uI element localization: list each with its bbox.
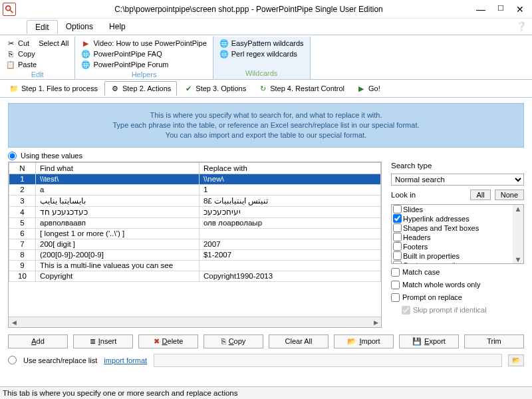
ribbon-group-label: Helpers bbox=[79, 70, 208, 78]
lookin-label: Look in bbox=[391, 191, 466, 199]
lookin-checkbox[interactable] bbox=[393, 233, 402, 241]
lookin-item[interactable]: Headers bbox=[392, 233, 523, 242]
ribbon-group-wildcards: 🌐EasyPattern wildcards 🌐Perl regex wildc… bbox=[213, 37, 311, 79]
table-row[interactable]: 7200[ digit ]2007 bbox=[9, 239, 381, 249]
whole-words-checkbox[interactable] bbox=[391, 281, 400, 289]
menu-bar: Edit Options Help ❔ bbox=[0, 19, 532, 35]
forum-link[interactable]: 🌐PowerPointPipe Forum bbox=[79, 59, 208, 70]
select-all-button[interactable]: Select All bbox=[37, 38, 70, 49]
clear-all-button[interactable]: Clear All bbox=[269, 334, 329, 348]
app-logo-icon bbox=[3, 3, 16, 16]
table-row[interactable]: 3بايسايتبا ينايبتنيتس اينتياببيات £8 bbox=[9, 195, 381, 206]
table-row[interactable]: 5арвполваавполв лоарволаыр bbox=[9, 217, 381, 228]
table-row[interactable]: 4כעדכגעכע חדיעיחכעכעכ bbox=[9, 206, 381, 217]
menu-help[interactable]: Help bbox=[101, 20, 134, 33]
scroll-left-icon[interactable]: ◀ bbox=[9, 317, 19, 328]
play-icon: ▶ bbox=[81, 39, 90, 48]
browse-file-button[interactable]: 📂 bbox=[508, 354, 524, 366]
tab-restart[interactable]: ↻Step 4. Restart Control bbox=[253, 82, 350, 95]
prompt-replace-checkbox[interactable] bbox=[391, 293, 400, 302]
svg-line-1 bbox=[10, 9, 13, 12]
radio-use-list-label: Use search/replace list bbox=[23, 356, 97, 364]
delete-icon: ✖ bbox=[154, 337, 160, 346]
tab-options[interactable]: ✔Step 3. Options bbox=[178, 82, 251, 95]
col-replace[interactable]: Replace with bbox=[199, 162, 380, 174]
globe-icon: 🌐 bbox=[219, 49, 229, 59]
tab-files[interactable]: 📁Step 1. Files to process bbox=[4, 82, 103, 95]
table-row[interactable]: 10CopyrightCopyright1990-2013 bbox=[9, 271, 381, 281]
title-bar: C:\bp\powerpointpipe\screen shot.ppp - P… bbox=[0, 0, 532, 19]
paste-icon: 📋 bbox=[6, 60, 15, 69]
trim-button[interactable]: Trim bbox=[464, 334, 524, 348]
radio-using-values-label: Using these values bbox=[21, 152, 82, 160]
scissors-icon: ✂ bbox=[6, 39, 15, 48]
menu-edit[interactable]: Edit bbox=[27, 20, 58, 34]
col-n[interactable]: N bbox=[9, 162, 36, 174]
scroll-up-icon[interactable]: ▲ bbox=[515, 205, 522, 213]
lookin-checkbox[interactable] bbox=[393, 261, 402, 264]
scroll-down-icon[interactable]: ▼ bbox=[515, 255, 522, 263]
lookin-item[interactable]: Custom properties bbox=[392, 261, 523, 264]
table-row[interactable]: 2a1 bbox=[9, 184, 381, 195]
scroll-right-icon[interactable]: ▶ bbox=[370, 317, 381, 328]
paste-button[interactable]: 📋Paste bbox=[4, 59, 70, 70]
lookin-checkbox[interactable] bbox=[393, 205, 402, 213]
delete-button[interactable]: ✖Delete bbox=[138, 334, 198, 348]
side-panel: Search type Normal search Look in All No… bbox=[391, 162, 524, 328]
lookin-item[interactable]: Built in properties bbox=[392, 251, 523, 261]
svg-point-0 bbox=[6, 5, 11, 10]
table-row[interactable]: 9This is a multi-line valueas you can se… bbox=[9, 260, 381, 271]
ribbon-group-label: Wildcards bbox=[217, 69, 306, 77]
search-type-label: Search type bbox=[391, 162, 524, 170]
lookin-checkbox[interactable] bbox=[393, 251, 402, 260]
radio-using-values[interactable] bbox=[8, 152, 17, 160]
close-button[interactable]: ✕ bbox=[516, 4, 524, 15]
copy-row-button[interactable]: ⎘Copy bbox=[203, 334, 263, 348]
col-find[interactable]: Find what bbox=[36, 162, 200, 174]
cut-button[interactable]: ✂Cut bbox=[4, 38, 31, 49]
copy-button[interactable]: ⎘Copy bbox=[4, 49, 70, 59]
video-link[interactable]: ▶Video: How to use PowerPointPipe bbox=[79, 38, 208, 49]
export-button[interactable]: 💾Export bbox=[399, 334, 459, 348]
help-icon[interactable]: ❔ bbox=[516, 21, 527, 31]
ribbon-group-edit: ✂Cut Select All ⎘Copy 📋Paste Edit bbox=[0, 37, 75, 79]
radio-use-list[interactable] bbox=[8, 356, 17, 364]
copy-icon: ⎘ bbox=[221, 337, 226, 345]
tab-go[interactable]: ▶Go! bbox=[351, 82, 386, 95]
lookin-item[interactable]: Shapes and Text boxes bbox=[392, 223, 523, 233]
table-row[interactable]: 6[ longest 1 or more ('..\') ] bbox=[9, 228, 381, 239]
folder-icon: 📁 bbox=[9, 84, 19, 93]
add-button[interactable]: Add bbox=[8, 334, 68, 348]
minimize-button[interactable]: — bbox=[476, 4, 485, 15]
table-row[interactable]: 1\\test\\\new\ bbox=[9, 174, 381, 184]
import-button[interactable]: 📂Import bbox=[334, 334, 394, 348]
lookin-checkbox[interactable] bbox=[393, 223, 402, 232]
tab-actions[interactable]: ⚙Step 2. Actions bbox=[104, 81, 177, 96]
action-bar: Add ≣Insert ✖Delete ⎘Copy Clear All 📂Imp… bbox=[0, 331, 532, 352]
menu-options[interactable]: Options bbox=[58, 20, 101, 33]
lookin-checkbox[interactable] bbox=[393, 242, 402, 251]
skip-prompt-checkbox bbox=[402, 306, 410, 315]
checklist-icon: ✔ bbox=[184, 84, 193, 93]
lookin-item[interactable]: Footers bbox=[392, 242, 523, 251]
search-type-select[interactable]: Normal search bbox=[391, 174, 524, 186]
globe-icon: 🌐 bbox=[81, 49, 90, 59]
faq-link[interactable]: 🌐PowerPointPipe FAQ bbox=[79, 49, 208, 59]
lookin-all-button[interactable]: All bbox=[470, 190, 490, 200]
refresh-icon: ↻ bbox=[258, 84, 267, 93]
lookin-checkbox[interactable] bbox=[393, 214, 402, 223]
maximize-button[interactable]: ☐ bbox=[497, 4, 504, 15]
easypattern-link[interactable]: 🌐EasyPattern wildcards bbox=[217, 38, 306, 49]
lookin-item[interactable]: Hyperlink addresses bbox=[392, 214, 523, 223]
copy-icon: ⎘ bbox=[6, 49, 15, 59]
lookin-item[interactable]: Slides bbox=[392, 205, 523, 214]
match-case-checkbox[interactable] bbox=[391, 268, 400, 277]
import-format-link[interactable]: import format bbox=[104, 356, 147, 364]
table-row[interactable]: 8(200[0-9])-200[0-9]$1-2007 bbox=[9, 249, 381, 260]
horizontal-scrollbar[interactable]: ◀▶ bbox=[9, 317, 381, 327]
perlregex-link[interactable]: 🌐Perl regex wildcards bbox=[217, 49, 306, 59]
lookin-none-button[interactable]: None bbox=[495, 190, 524, 200]
search-replace-table: N Find what Replace with 1\\test\\\new\2… bbox=[8, 162, 382, 328]
insert-button[interactable]: ≣Insert bbox=[73, 334, 133, 348]
list-path-input[interactable] bbox=[154, 354, 502, 367]
